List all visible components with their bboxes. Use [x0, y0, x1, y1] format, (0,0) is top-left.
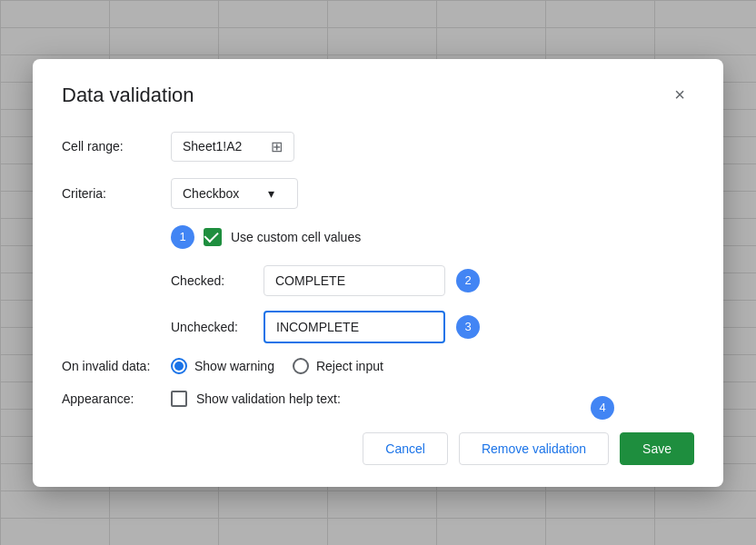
- on-invalid-label: On invalid data:: [62, 359, 171, 373]
- dialog-title: Data validation: [62, 84, 194, 107]
- show-warning-label: Show warning: [194, 359, 274, 373]
- data-validation-dialog: Data validation × Cell range: Sheet1!A2 …: [33, 59, 723, 487]
- cell-range-row: Cell range: Sheet1!A2 ⊞: [62, 132, 694, 162]
- reject-input-label: Reject input: [316, 359, 383, 373]
- cell-range-value: Sheet1!A2: [183, 139, 242, 154]
- unchecked-label: Unchecked:: [171, 320, 253, 334]
- custom-cell-values-label: Use custom cell values: [231, 230, 361, 244]
- grid-icon: ⊞: [271, 138, 283, 155]
- close-button[interactable]: ×: [665, 81, 694, 110]
- show-warning-option[interactable]: Show warning: [171, 358, 274, 374]
- criteria-select[interactable]: Checkbox ▾: [171, 178, 298, 209]
- unchecked-badge-wrapper: 3: [264, 311, 445, 343]
- criteria-row: Criteria: Checkbox ▾: [62, 178, 694, 209]
- reject-input-radio[interactable]: [293, 358, 309, 374]
- dropdown-arrow-icon: ▾: [268, 186, 274, 201]
- unchecked-field-row: Unchecked: 3: [171, 311, 694, 343]
- step-2-badge: 2: [456, 269, 480, 292]
- cell-range-label: Cell range:: [62, 139, 171, 154]
- criteria-label: Criteria:: [62, 186, 171, 201]
- criteria-value: Checkbox: [183, 186, 239, 201]
- cancel-button[interactable]: Cancel: [363, 432, 448, 465]
- on-invalid-data-row: On invalid data: Show warning Reject inp…: [62, 358, 694, 374]
- custom-cell-values-row: 1 Use custom cell values: [171, 225, 694, 249]
- step-4-badge: 4: [591, 396, 614, 420]
- dialog-overlay: Data validation × Cell range: Sheet1!A2 …: [0, 0, 756, 545]
- unchecked-input[interactable]: [264, 311, 445, 343]
- checked-badge-wrapper: 2: [264, 265, 445, 296]
- custom-cell-values-checkbox[interactable]: [204, 228, 222, 246]
- remove-validation-button[interactable]: Remove validation: [459, 432, 609, 465]
- help-text-label: Show validation help text:: [196, 391, 341, 406]
- show-warning-radio[interactable]: [171, 358, 187, 374]
- checked-input[interactable]: [264, 265, 445, 296]
- checked-field-row: Checked: 2: [171, 265, 694, 296]
- button-row: 4 Cancel Remove validation Save: [62, 432, 694, 465]
- step-1-badge: 1: [171, 225, 194, 249]
- appearance-label: Appearance:: [62, 391, 171, 406]
- dialog-header: Data validation ×: [62, 81, 694, 110]
- help-text-checkbox[interactable]: [171, 391, 187, 407]
- save-button[interactable]: Save: [620, 432, 694, 465]
- reject-input-option[interactable]: Reject input: [293, 358, 383, 374]
- checked-label: Checked:: [171, 273, 253, 288]
- step-3-badge: 3: [456, 315, 480, 339]
- cell-range-input[interactable]: Sheet1!A2 ⊞: [171, 132, 294, 162]
